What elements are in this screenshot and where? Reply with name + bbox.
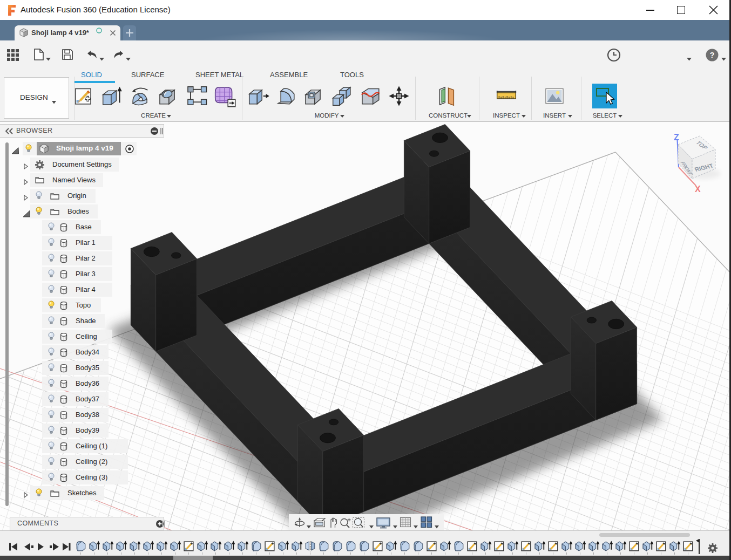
svg-text:X: X — [695, 185, 701, 194]
svg-text:Z: Z — [674, 133, 679, 142]
svg-text:?: ? — [710, 51, 715, 59]
